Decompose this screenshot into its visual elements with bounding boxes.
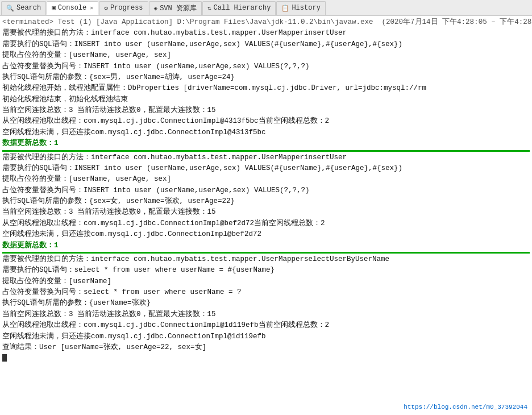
csdn-link[interactable]: https://blog.csdn.net/m0_37392044 xyxy=(404,404,527,410)
console-line-9: 从空闲线程池取出线程：com.mysql.cj.jdbc.ConnectionI… xyxy=(2,116,530,127)
console-line-1: 需要被代理的接口的方法：interface com.hutao.mybatis.… xyxy=(2,28,530,39)
separator-22 xyxy=(2,252,530,254)
console-icon: ▣ xyxy=(52,4,56,11)
console-line-25: 提取占位符的变量：[userName] xyxy=(2,276,530,287)
tab-close-console[interactable]: ✕ xyxy=(90,5,93,11)
cursor xyxy=(2,354,7,362)
console-line-2: 需要执行的SQL语句：INSERT into user (userName,us… xyxy=(2,39,530,50)
tab-label-callhierarchy: Call Hierarchy xyxy=(214,4,271,12)
tab-callhierarchy[interactable]: ⇅Call Hierarchy xyxy=(202,1,276,15)
console-line-7: 初始化线程池结束，初始化线程池结束 xyxy=(2,94,530,105)
console-line-5: 执行SQL语句所需的参数：{sex=男, userName=胡涛, userAg… xyxy=(2,72,530,83)
console-line-8: 当前空闲连接总数：3 当前活动连接总数0，配置最大连接数：15 xyxy=(2,105,530,116)
svn-icon: ◈ xyxy=(154,5,158,12)
console-line-3: 提取占位符的变量：[userName, userAge, sex] xyxy=(2,50,530,61)
tab-label-search: Search xyxy=(16,4,41,12)
tab-label-history: History xyxy=(292,4,320,12)
tab-svn[interactable]: ◈SVN 资源库 xyxy=(149,1,202,15)
console-line-21: 数据更新总数：1 xyxy=(2,240,530,251)
callhierarchy-icon: ⇅ xyxy=(207,5,211,12)
console-line-30: 空闲线程池未满，归还连接com.mysql.cj.jdbc.Connection… xyxy=(2,331,530,342)
console-line-6: 初始化线程池开始，线程池配置属性：DbProperties [driverNam… xyxy=(2,83,530,94)
console-line-19: 从空闲线程池取出线程：com.mysql.cj.jdbc.ConnectionI… xyxy=(2,218,530,229)
console-line-11: 数据更新总数：1 xyxy=(2,138,530,149)
console-line-24: 需要执行的SQL语句：select * from user where user… xyxy=(2,265,530,276)
tab-progress[interactable]: ⚙Progress xyxy=(99,1,148,15)
console-line-31: 查询结果：User [userName=张欢, userAge=22, sex=… xyxy=(2,342,530,353)
console-line-32 xyxy=(2,353,530,364)
console-line-14: 需要执行的SQL语句：INSERT into user (userName,us… xyxy=(2,163,530,174)
separator-12 xyxy=(2,150,530,152)
tab-label-progress: Progress xyxy=(110,4,143,12)
console-line-4: 占位符变量替换为问号：INSERT into user (userName,us… xyxy=(2,61,530,72)
console-line-16: 占位符变量替换为问号：INSERT into user (userName,us… xyxy=(2,185,530,196)
console-line-15: 提取占位符的变量：[userName, userAge, sex] xyxy=(2,174,530,185)
console-line-0: <terminated> Test (1) [Java Application]… xyxy=(2,17,530,28)
console-line-17: 执行SQL语句所需的参数：{sex=女, userName=张欢, userAg… xyxy=(2,196,530,207)
tab-label-svn: SVN 资源库 xyxy=(160,3,197,13)
console-line-10: 空闲线程池未满，归还连接com.mysql.cj.jdbc.Connection… xyxy=(2,127,530,138)
progress-icon: ⚙ xyxy=(104,5,108,12)
console-line-28: 当前空闲连接总数：3 当前活动连接总数0，配置最大连接数：15 xyxy=(2,309,530,320)
tab-history[interactable]: 📋History xyxy=(276,1,325,15)
console-line-18: 当前空闲连接总数：3 当前活动连接总数0，配置最大连接数：15 xyxy=(2,207,530,218)
console-area[interactable]: <terminated> Test (1) [Java Application]… xyxy=(0,16,532,415)
console-line-23: 需要被代理的接口的方法：interface com.hutao.mybatis.… xyxy=(2,254,530,265)
console-line-29: 从空闲线程池取出线程：com.mysql.cj.jdbc.ConnectionI… xyxy=(2,320,530,331)
console-line-26: 占位符变量替换为问号：select * from user where user… xyxy=(2,287,530,298)
console-line-27: 执行SQL语句所需的参数：{userName=张欢} xyxy=(2,298,530,309)
tab-label-console: Console xyxy=(58,4,86,12)
history-icon: 📋 xyxy=(281,5,289,12)
console-line-20: 空闲线程池未满，归还连接com.mysql.cj.jdbc.Connection… xyxy=(2,229,530,240)
tab-search[interactable]: 🔍Search xyxy=(1,1,46,15)
search-icon: 🔍 xyxy=(6,5,14,12)
tab-bar: 🔍Search▣Console✕⚙Progress◈SVN 资源库⇅Call H… xyxy=(0,0,532,16)
console-line-13: 需要被代理的接口的方法：interface com.hutao.mybatis.… xyxy=(2,152,530,163)
tab-console[interactable]: ▣Console✕ xyxy=(47,1,98,15)
